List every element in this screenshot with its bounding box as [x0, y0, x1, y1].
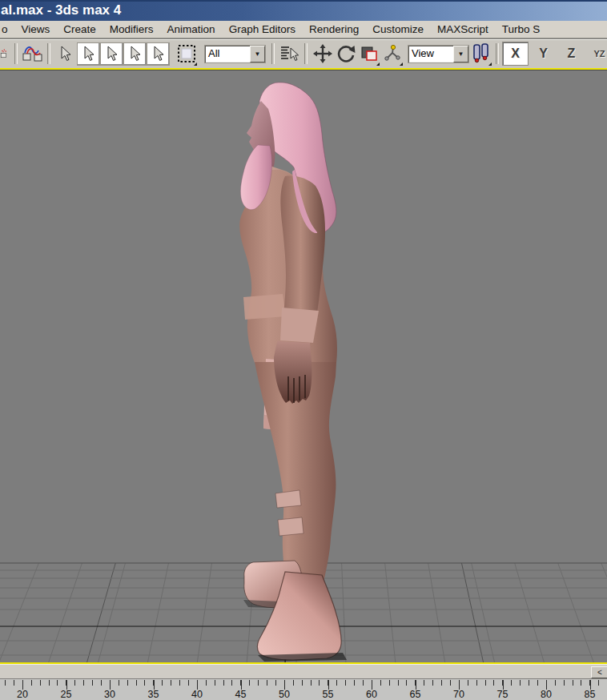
menu-item[interactable]: Views: [22, 23, 50, 35]
flyout-corner-icon: [376, 62, 380, 66]
flyout-corner-icon: [400, 62, 403, 66]
flyout-corner-icon: [488, 62, 492, 66]
axis-constraint-button[interactable]: Y: [531, 42, 556, 65]
manipulate-tool-button[interactable]: [381, 43, 403, 65]
chevron-down-icon[interactable]: ▼: [453, 46, 468, 62]
selection-filter-value: All: [205, 46, 250, 62]
coord-system-value: View: [408, 46, 453, 62]
timeline-frame-label: 45: [219, 689, 263, 700]
select-object-button[interactable]: [54, 43, 76, 65]
timeline-frame-label: 40: [175, 689, 219, 700]
knee-strap: [275, 490, 301, 508]
timeline-frame-label: 35: [131, 689, 175, 700]
menu-item[interactable]: Customize: [372, 23, 424, 35]
manipulate-icon: [383, 44, 402, 63]
toolbar-separator: [47, 43, 50, 64]
select-by-name-button[interactable]: [279, 43, 300, 65]
unlink-selection-glyph: [0, 45, 10, 62]
rotate-tool-button[interactable]: [335, 43, 356, 65]
rotate-icon: [336, 43, 356, 64]
select-arrow-button-3[interactable]: [124, 43, 146, 65]
timeline-frame-label: 30: [88, 689, 132, 700]
axis-constraint-group: XYZYZ: [503, 42, 607, 65]
flyout-corner-icon: [194, 62, 197, 66]
timeline-frame-label: 75: [480, 689, 525, 700]
menu-item[interactable]: Rendering: [309, 23, 359, 35]
move-icon: [313, 44, 332, 63]
timeline-frame-label: 50: [263, 689, 307, 700]
chevron-down-icon[interactable]: ▼: [250, 46, 265, 62]
timeline-frame-label: 85: [568, 689, 607, 700]
menu-item[interactable]: Graph Editors: [229, 23, 295, 35]
toolbar-separator: [271, 43, 275, 64]
timeline-frame-label: 25: [44, 689, 88, 700]
selection-filter-dropdown[interactable]: All ▼: [205, 46, 265, 62]
menu-item[interactable]: Turbo S: [502, 23, 541, 35]
coord-system-dropdown[interactable]: View ▼: [408, 46, 468, 62]
pivot-center-icon: [472, 43, 491, 64]
title-bar[interactable]: al.max - 3ds max 4: [0, 0, 607, 21]
select-arrow-icon: [82, 46, 95, 62]
select-arrow-button-4[interactable]: [147, 43, 169, 65]
viewport-left-view[interactable]: [0, 70, 607, 662]
menu-bar: oViewsCreateModifiersAnimationGraph Edit…: [0, 21, 607, 38]
menu-item[interactable]: Create: [63, 23, 96, 35]
timeline-ruler[interactable]: 2025303540455055606570758085: [0, 678, 607, 700]
application-window: al.max - 3ds max 4 oViewsCreateModifiers…: [0, 0, 607, 700]
unlink-selection-icon[interactable]: [0, 43, 10, 65]
timeline-frame-label: 20: [1, 689, 45, 700]
region-select-icon: [177, 44, 196, 63]
select-arrow-icon: [106, 46, 119, 62]
timeline-frame-label: 70: [437, 689, 481, 700]
knee-strap: [278, 517, 304, 536]
toolbar-separator: [304, 43, 308, 64]
timeline-frame-label: 55: [306, 689, 350, 700]
timeline-labels: 2025303540455055606570758085: [1, 689, 607, 700]
select-arrow-icon: [129, 46, 142, 62]
menu-item[interactable]: Animation: [167, 23, 215, 35]
character-model[interactable]: [0, 70, 607, 662]
toolbar-separator: [496, 43, 499, 64]
select-by-name-icon: [279, 45, 300, 62]
scroll-left-button[interactable]: <: [591, 666, 607, 678]
menu-item[interactable]: o: [2, 23, 8, 35]
toolbar-separator: [14, 43, 18, 64]
axis-constraint-button[interactable]: X: [503, 42, 528, 65]
hem-panel: [243, 294, 286, 320]
timeline-frame-label: 65: [393, 689, 437, 700]
select-arrow-button-1[interactable]: [78, 43, 99, 65]
menu-item[interactable]: Modifiers: [110, 23, 154, 35]
select-arrow-icon: [152, 46, 165, 62]
timeline-frame-label: 80: [525, 689, 569, 700]
bind-spacewarp-glyph: [22, 44, 43, 63]
axis-constraint-button[interactable]: YZ: [587, 42, 607, 65]
menu-item[interactable]: MAXScript: [437, 23, 488, 35]
pivot-center-button[interactable]: [470, 43, 492, 65]
axis-constraint-button[interactable]: Z: [559, 42, 584, 65]
forearm-cuff: [280, 308, 319, 343]
select-arrow-button-2[interactable]: [101, 43, 123, 65]
track-bar: <: [0, 664, 607, 678]
select-object-icon: [59, 46, 72, 62]
move-tool-button[interactable]: [312, 43, 333, 65]
window-title: al.max - 3ds max 4: [1, 2, 121, 18]
timeline-frame-label: 60: [350, 689, 394, 700]
bind-spacewarp-icon[interactable]: [22, 43, 43, 65]
main-toolbar: All ▼: [0, 39, 607, 68]
region-select-button[interactable]: [175, 43, 197, 65]
scale-tool-button[interactable]: [358, 43, 380, 65]
scale-icon: [360, 45, 379, 62]
